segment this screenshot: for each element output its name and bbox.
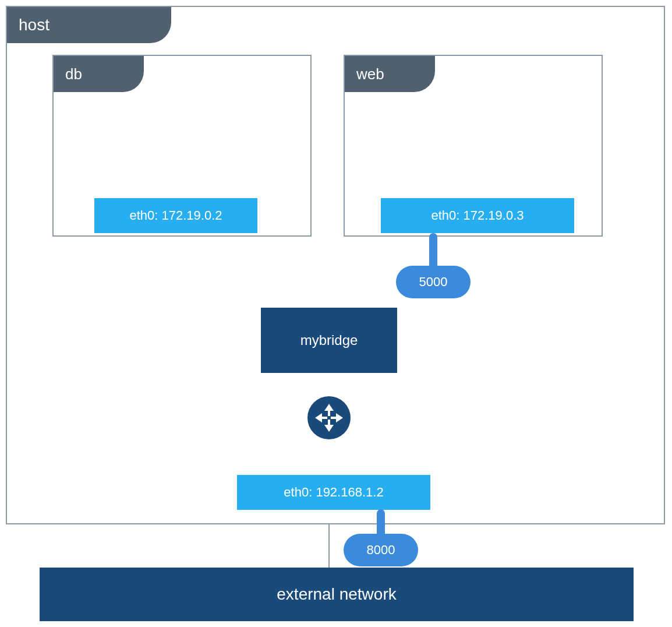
container-db-label: db [65, 65, 82, 83]
port-8000-label: 8000 [367, 543, 395, 558]
port-5000-pill: 5000 [396, 266, 471, 298]
svg-marker-3 [324, 404, 334, 416]
svg-marker-4 [324, 420, 334, 432]
host-label: host [19, 16, 49, 34]
external-network-box: external network [40, 568, 634, 621]
host-eth0-chip: eth0: 192.168.1.2 [237, 475, 430, 510]
db-eth0-label: eth0: 172.19.0.2 [129, 208, 222, 223]
container-db-tab: db [54, 56, 144, 92]
network-diagram: host db eth0: 172.19.0.2 web eth0: 172.1… [0, 0, 672, 627]
port-8000-pill: 8000 [344, 534, 418, 566]
nat-router-icon [307, 396, 351, 439]
web-eth0-chip: eth0: 172.19.0.3 [381, 198, 574, 233]
external-network-label: external network [277, 585, 396, 604]
db-eth0-chip: eth0: 172.19.0.2 [94, 198, 257, 233]
container-web-tab: web [345, 56, 435, 92]
host-tab: host [7, 7, 171, 43]
port-5000-label: 5000 [419, 274, 448, 290]
bridge-box: mybridge [261, 308, 397, 373]
host-eth0-label: eth0: 192.168.1.2 [284, 485, 383, 500]
web-eth0-label: eth0: 172.19.0.3 [431, 208, 524, 223]
svg-marker-6 [331, 413, 343, 422]
bridge-label: mybridge [300, 332, 358, 348]
container-web-label: web [356, 65, 384, 83]
svg-marker-5 [315, 413, 327, 422]
